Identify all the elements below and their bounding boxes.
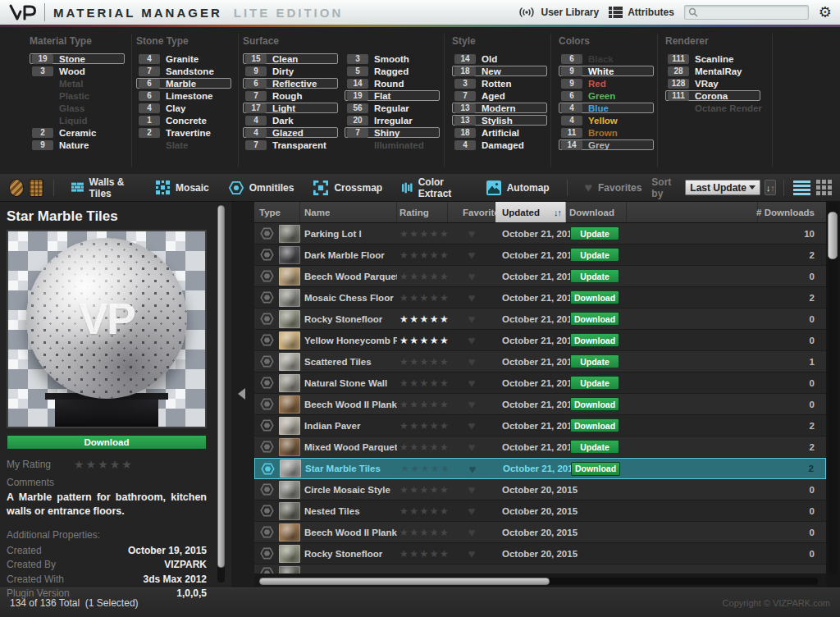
rating-stars[interactable]: ★★★★★	[397, 505, 448, 517]
rating-stars[interactable]: ★★★★★	[397, 399, 448, 410]
rating-stars[interactable]: ★★★★★	[397, 356, 448, 368]
favorite-heart-icon[interactable]: ♥	[448, 441, 495, 453]
favorite-heart-icon[interactable]: ♥	[448, 227, 495, 240]
rating-stars[interactable]: ★★★★★	[397, 313, 448, 325]
favorite-heart-icon[interactable]: ♥	[448, 526, 495, 538]
column-header-downloads[interactable]: # Downloads	[757, 202, 826, 222]
rating-stars[interactable]: ★★★★★	[397, 249, 448, 261]
table-row-scattered-tiles[interactable]: Scattered Tiles★★★★★♥October 21, 2015Upd…	[254, 351, 826, 372]
column-header-updated[interactable]: Updated↓↑	[495, 202, 566, 222]
texture-sphere-icon[interactable]	[10, 180, 23, 196]
update-button[interactable]: Update	[570, 440, 619, 454]
filter-item-nature[interactable]: 9Nature	[30, 139, 125, 150]
update-button[interactable]: Update	[570, 269, 619, 283]
color-extract-button[interactable]: Color Extract	[392, 176, 477, 199]
filter-item-grey[interactable]: 14Grey	[559, 139, 654, 150]
rating-stars[interactable]: ★★★★★	[397, 484, 448, 496]
favorite-heart-icon[interactable]: ♥	[449, 463, 496, 475]
filter-item-old[interactable]: 14Old	[452, 53, 547, 64]
filter-item-rotten[interactable]: 3Rotten	[452, 78, 547, 89]
table-row-rocky-stonefloor[interactable]: Rocky Stonefloor★★★★★♥October 20, 20150	[254, 543, 826, 564]
table-row-rocky-stonefloor[interactable]: Rocky Stonefloor★★★★★♥October 21, 2015Do…	[254, 308, 826, 330]
download-button[interactable]: Download	[570, 290, 619, 304]
table-row-indian-paver[interactable]: Indian Paver★★★★★♥October 21, 2015Downlo…	[254, 415, 826, 436]
my-rating-stars[interactable]: ★★★★★	[74, 458, 134, 471]
column-header-type[interactable]: Type	[254, 202, 300, 222]
download-button[interactable]: Download	[570, 397, 619, 411]
texture-swatch-icon[interactable]	[30, 180, 43, 196]
filter-item-light[interactable]: 17Light	[243, 103, 338, 113]
sort-direction-toggle[interactable]: ↓↑	[765, 180, 776, 195]
table-row-mixed-wood-parquet-iii[interactable]: Mixed Wood Parquet III★★★★★♥October 21, …	[254, 436, 826, 458]
rating-stars[interactable]: ★★★★★	[397, 335, 448, 346]
filter-item-wood[interactable]: 3Wood	[30, 66, 125, 76]
horizontal-scrollbar-thumb[interactable]	[259, 578, 550, 585]
column-header-rating[interactable]: Rating	[397, 202, 448, 222]
download-button[interactable]: Download	[570, 312, 619, 326]
filter-item-clean[interactable]: 15Clean	[243, 53, 338, 64]
filter-item-regular[interactable]: 56Regular	[345, 103, 440, 113]
rating-stars[interactable]: ★★★★★	[397, 292, 448, 304]
favorite-heart-icon[interactable]: ♥	[448, 270, 495, 282]
filter-item-glazed[interactable]: 4Glazed	[243, 127, 338, 138]
filter-item-blue[interactable]: 4Blue	[559, 103, 654, 113]
filter-item-travertine[interactable]: 2Travertine	[136, 127, 231, 138]
vertical-scrollbar-thumb[interactable]	[828, 212, 838, 259]
table-row-yellow-honeycomb-paver[interactable]: Yellow Honeycomb Paver★★★★★♥October 21, …	[254, 330, 826, 351]
rating-stars[interactable]: ★★★★★	[397, 377, 448, 389]
table-row-circle-mosaic-style[interactable]: Circle Mosaic Style★★★★★♥October 20, 201…	[254, 479, 826, 500]
detail-scrollbar-thumb[interactable]	[217, 205, 225, 568]
table-row-natural-stone-wall[interactable]: Natural Stone Wall★★★★★♥October 21, 2015…	[254, 372, 826, 394]
horizontal-scrollbar[interactable]	[259, 578, 818, 585]
download-button[interactable]: Download	[570, 333, 619, 347]
favorite-heart-icon[interactable]: ♥	[448, 483, 495, 496]
filter-item-aged[interactable]: 7Aged	[452, 90, 547, 101]
table-row-beech-wood-ii-planks[interactable]: Beech Wood II Planks★★★★★♥October 20, 20…	[254, 522, 826, 543]
update-button[interactable]: Update	[570, 376, 619, 390]
walls-tiles-button[interactable]: Walls & Tiles	[62, 176, 146, 199]
rating-stars[interactable]: ★★★★★	[397, 420, 448, 432]
mosaic-button[interactable]: Mosaic	[146, 181, 219, 194]
filter-item-mentalray[interactable]: 28MentalRay	[665, 66, 760, 76]
filter-item-green[interactable]: 6Green	[559, 90, 654, 101]
favorite-heart-icon[interactable]: ♥	[448, 291, 495, 304]
filter-item-concrete[interactable]: 1Concrete	[136, 115, 231, 126]
table-row-mosaic-chess-floor[interactable]: Mosaic Chess Floor★★★★★♥October 21, 2015…	[254, 287, 826, 308]
filter-item-damaged[interactable]: 4Damaged	[452, 139, 547, 150]
favorite-heart-icon[interactable]: ♥	[448, 334, 495, 346]
filter-item-corona[interactable]: 111Corona	[665, 90, 760, 101]
filter-item-ragged[interactable]: 5Ragged	[345, 66, 440, 76]
filter-item-brown[interactable]: 11Brown	[559, 127, 654, 138]
favorite-heart-icon[interactable]: ♥	[448, 355, 495, 368]
omnitiles-button[interactable]: Omnitiles	[219, 181, 304, 195]
favorite-heart-icon[interactable]: ♥	[448, 249, 495, 261]
favorite-heart-icon[interactable]: ♥	[448, 547, 495, 560]
favorite-heart-icon[interactable]: ♥	[448, 313, 495, 325]
column-header-favorite[interactable]: Favorite	[448, 202, 495, 222]
table-row-nested-tiles[interactable]: Nested Tiles★★★★★♥October 20, 20150	[254, 500, 826, 522]
filter-item-ceramic[interactable]: 2Ceramic	[30, 127, 125, 138]
settings-gear-icon[interactable]: ⚙	[819, 5, 832, 20]
rating-stars[interactable]: ★★★★★	[397, 271, 448, 282]
filter-item-yellow[interactable]: 4Yellow	[559, 115, 654, 126]
table-row-star-marble-tiles[interactable]: Star Marble Tiles★★★★★♥October 21, 2015D…	[254, 458, 826, 479]
vertical-scrollbar[interactable]	[828, 203, 838, 574]
favorite-heart-icon[interactable]: ♥	[448, 419, 495, 432]
rating-stars[interactable]: ★★★★★	[397, 441, 448, 453]
attributes-button[interactable]: Attributes	[609, 7, 674, 18]
list-view-button[interactable]	[793, 181, 810, 195]
filter-item-dirty[interactable]: 9Dirty	[243, 66, 338, 76]
rating-stars[interactable]: ★★★★★	[397, 527, 448, 538]
table-row-dark-marble-floor[interactable]: Dark Marble Floor★★★★★♥October 21, 2015U…	[254, 245, 826, 266]
update-button[interactable]: Update	[570, 226, 619, 240]
crossmap-button[interactable]: Crossmap	[304, 181, 392, 195]
filter-item-granite[interactable]: 4Granite	[136, 53, 231, 64]
filter-item-rough[interactable]: 7Rough	[243, 90, 338, 101]
filter-item-scanline[interactable]: 111Scanline	[665, 53, 760, 64]
rating-stars[interactable]: ★★★★★	[397, 548, 448, 560]
download-button[interactable]: Download	[570, 418, 619, 432]
filter-item-sandstone[interactable]: 7Sandstone	[136, 66, 231, 76]
filter-item-red[interactable]: 9Red	[559, 78, 654, 89]
rating-stars[interactable]: ★★★★★	[397, 228, 448, 240]
favorite-heart-icon[interactable]: ♥	[448, 398, 495, 410]
